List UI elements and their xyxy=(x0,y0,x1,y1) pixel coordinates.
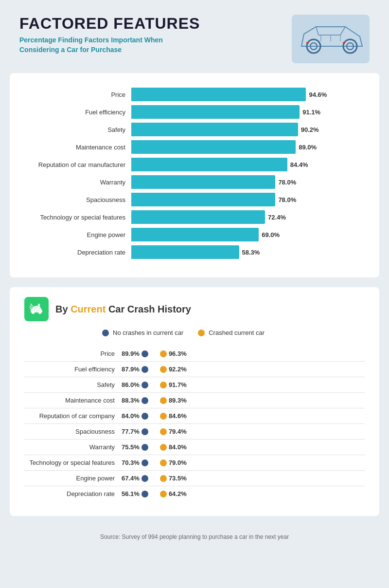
crashed-label: Crashed current car xyxy=(209,329,265,336)
no-crash-value: 87.9% xyxy=(122,366,140,373)
crash-section: By Current Car Crash History No crashes … xyxy=(10,287,379,516)
bar-label: Depreciation rate xyxy=(24,249,131,256)
crashed-value: 79.4% xyxy=(169,428,187,435)
bar-container: 90.2% xyxy=(131,123,365,136)
bar-fill xyxy=(131,140,296,154)
bar-value: 89.0% xyxy=(299,144,317,151)
crashed-value: 92.2% xyxy=(169,366,187,373)
crash-section-title: By Current Car Crash History xyxy=(55,304,191,315)
bar-fill xyxy=(131,193,275,206)
no-crash-indicator-dot xyxy=(141,366,148,373)
compare-row: Reputation of car company84.0% 84.6% xyxy=(24,408,365,424)
no-crash-indicator-dot xyxy=(141,413,148,420)
crashed-indicator-dot xyxy=(160,350,167,357)
crashed-value: 91.7% xyxy=(169,381,187,388)
compare-label: Engine power xyxy=(24,475,122,482)
no-crash-value: 77.7% xyxy=(122,428,140,435)
no-crash-value: 84.0% xyxy=(122,412,140,420)
page-subtitle: Percentage Finding Factors Important Whe… xyxy=(19,36,204,55)
bar-container: 72.4% xyxy=(131,210,365,224)
svg-line-11 xyxy=(30,306,32,308)
crashed-indicator-dot xyxy=(160,459,167,466)
bar-chart: Price94.6%Fuel efficiency91.1%Safety90.2… xyxy=(24,88,365,259)
compare-row: Spaciousness77.7% 79.4% xyxy=(24,424,365,440)
bar-row: Engine power69.0% xyxy=(24,228,365,241)
no-crash-value: 89.9% xyxy=(122,350,140,357)
bar-value: 91.1% xyxy=(302,109,320,116)
compare-label: Reputation of car company xyxy=(24,412,122,420)
bar-row: Spaciousness78.0% xyxy=(24,193,365,206)
crashed-value: 89.3% xyxy=(169,397,187,404)
bar-container: 84.4% xyxy=(131,158,365,171)
bar-container: 58.3% xyxy=(131,245,365,259)
compare-row: Engine power67.4% 73.5% xyxy=(24,471,365,486)
bar-container: 91.1% xyxy=(131,105,365,119)
bar-label: Warranty xyxy=(24,179,131,186)
bar-value: 58.3% xyxy=(242,249,260,256)
no-crash-indicator-dot xyxy=(141,459,148,466)
crashed-value: 64.2% xyxy=(169,490,187,497)
bar-label: Maintenance cost xyxy=(24,144,131,151)
bar-fill xyxy=(131,228,259,241)
legend: No crashes in current car Crashed curren… xyxy=(102,329,365,336)
bar-chart-section: Price94.6%Fuel efficiency91.1%Safety90.2… xyxy=(10,73,379,277)
bar-value: 78.0% xyxy=(278,179,296,186)
bar-row: Warranty78.0% xyxy=(24,175,365,189)
no-crash-indicator-dot xyxy=(141,382,148,388)
no-crash-value: 67.4% xyxy=(122,475,140,482)
bar-fill xyxy=(131,105,300,119)
compare-label: Fuel efficiency xyxy=(24,366,122,373)
no-crash-value: 75.5% xyxy=(122,443,140,451)
bar-row: Depreciation rate58.3% xyxy=(24,245,365,259)
bar-container: 94.6% xyxy=(131,88,365,101)
compare-row: Fuel efficiency87.9% 92.2% xyxy=(24,362,365,377)
no-crash-dot xyxy=(102,330,109,336)
bar-label: Safety xyxy=(24,126,131,133)
bar-row: Maintenance cost89.0% xyxy=(24,140,365,154)
compare-label: Technology or special features xyxy=(24,459,122,466)
compare-values: 86.0% 91.7% xyxy=(122,381,365,388)
compare-values: 88.3% 89.3% xyxy=(122,397,365,404)
crash-title-suffix: Car Crash History xyxy=(106,304,191,314)
compare-row: Maintenance cost88.3% 89.3% xyxy=(24,393,365,408)
bar-value: 90.2% xyxy=(301,126,319,133)
legend-no-crash: No crashes in current car xyxy=(102,329,183,336)
page-title: FACTORED FEATURES xyxy=(19,15,204,33)
bar-fill xyxy=(131,158,287,171)
compare-values: 67.4% 73.5% xyxy=(122,475,365,482)
source-text: Source: Survey of 994 people planning to… xyxy=(0,526,389,550)
svg-line-12 xyxy=(31,304,33,306)
crashed-value: 84.6% xyxy=(169,412,187,420)
bar-fill xyxy=(131,210,265,224)
bar-container: 69.0% xyxy=(131,228,365,241)
no-crash-value: 56.1% xyxy=(122,490,140,497)
bar-row: Price94.6% xyxy=(24,88,365,101)
bar-value: 78.0% xyxy=(278,196,296,203)
bar-container: 89.0% xyxy=(131,140,365,154)
bar-label: Engine power xyxy=(24,231,131,239)
no-crash-label: No crashes in current car xyxy=(113,329,183,336)
bar-label: Spaciousness xyxy=(24,196,131,203)
compare-label: Spaciousness xyxy=(24,428,122,435)
bar-label: Fuel efficiency xyxy=(24,109,131,116)
crashed-indicator-dot xyxy=(160,444,167,451)
bar-fill xyxy=(131,88,306,101)
crashed-value: 84.0% xyxy=(169,443,187,451)
crash-icon xyxy=(24,297,49,321)
svg-line-10 xyxy=(30,308,32,310)
crashed-value: 96.3% xyxy=(169,350,187,357)
bar-fill xyxy=(131,175,275,189)
crash-title-prefix: By xyxy=(55,304,71,314)
no-crash-indicator-dot xyxy=(141,428,148,435)
bar-fill xyxy=(131,245,239,259)
bar-label: Reputation of car manufacturer xyxy=(24,161,131,168)
compare-values: 89.9% 96.3% xyxy=(122,350,365,357)
bar-row: Technology or special features72.4% xyxy=(24,210,365,224)
bar-fill xyxy=(131,123,298,136)
compare-values: 77.7% 79.4% xyxy=(122,428,365,435)
compare-values: 56.1% 64.2% xyxy=(122,490,365,497)
no-crash-indicator-dot xyxy=(141,397,148,404)
bar-value: 84.4% xyxy=(290,161,308,168)
crashed-dot xyxy=(198,330,205,336)
crashed-indicator-dot xyxy=(160,413,167,420)
